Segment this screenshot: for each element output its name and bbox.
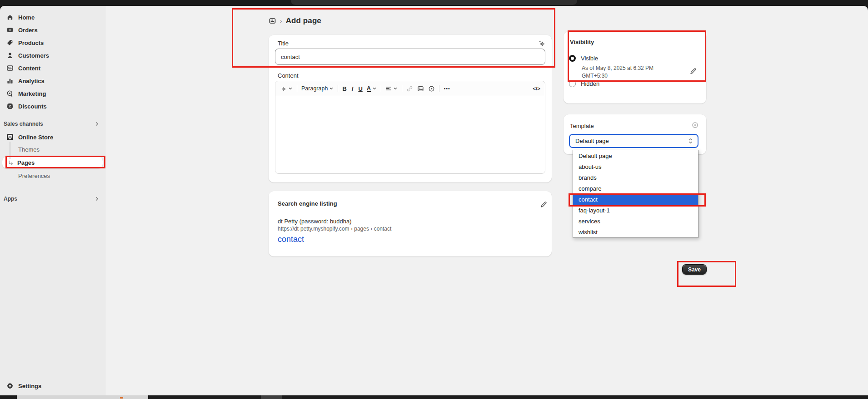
chevron-right-icon — [94, 196, 100, 202]
toolbar-divider — [297, 85, 297, 92]
sparkle-icon[interactable] — [538, 39, 546, 48]
sidebar: Home Orders Products Customers Content A… — [0, 6, 105, 395]
marketing-icon — [6, 90, 14, 98]
chevron-down-icon — [329, 86, 334, 91]
text-color-letter: A — [367, 85, 371, 92]
sidebar-item-online-store[interactable]: Online Store — [0, 131, 105, 143]
sidebar-item-themes[interactable]: Themes — [0, 143, 105, 155]
subdirectory-arrow-icon — [7, 159, 14, 166]
strip-segment — [0, 395, 17, 399]
more-options-button[interactable]: ⋯ — [444, 85, 450, 92]
template-select[interactable]: Default page — [569, 134, 698, 148]
sidebar-item-content[interactable]: Content — [0, 62, 105, 74]
dropdown-option[interactable]: compare — [573, 183, 698, 194]
view-icon[interactable] — [691, 121, 699, 129]
sales-channels-label: Sales channels — [4, 121, 43, 127]
sidebar-item-label: Online Store — [18, 134, 53, 141]
align-icon — [385, 85, 392, 92]
updown-icon — [688, 138, 693, 144]
radio-unselected-icon — [569, 80, 576, 87]
page-details-card: Title Title Content Paragraph B I U — [269, 35, 552, 182]
radio-selected-icon — [569, 55, 576, 62]
title-label: Title — [278, 40, 289, 47]
sidebar-item-label: Orders — [18, 27, 38, 34]
topbar-search-pill[interactable] — [291, 0, 577, 5]
link-icon[interactable] — [406, 85, 413, 92]
toolbar-divider — [381, 85, 381, 92]
dropdown-option-highlighted[interactable]: contact — [573, 194, 698, 205]
paragraph-style-button[interactable]: Paragraph — [301, 85, 334, 92]
search-engine-listing-card: Search engine listing dt Petty (password… — [269, 191, 552, 256]
text-color-button[interactable]: A — [367, 85, 377, 92]
visibility-date-note: As of May 8, 2025 at 6:32 PM GMT+5:30 — [582, 64, 675, 80]
chevron-down-icon — [372, 86, 377, 91]
sidebar-item-label: Content — [18, 65, 40, 72]
dropdown-option[interactable]: wishlist — [573, 227, 698, 237]
sidebar-item-discounts[interactable]: Discounts — [0, 100, 105, 113]
bold-button[interactable]: B — [342, 85, 346, 92]
visibility-card: Visibility Visible As of May 8, 2025 at … — [564, 31, 706, 103]
apps-header[interactable]: Apps — [0, 194, 105, 204]
sidebar-item-analytics[interactable]: Analytics — [0, 74, 105, 87]
dropdown-option[interactable]: about-us — [573, 161, 698, 172]
breadcrumb-separator: › — [280, 17, 282, 25]
tree-connector-line — [10, 142, 10, 159]
sales-channels-header[interactable]: Sales channels — [0, 119, 105, 129]
underline-button[interactable]: U — [358, 85, 362, 92]
sidebar-item-marketing[interactable]: Marketing — [0, 87, 105, 100]
sidebar-item-label: Pages — [17, 159, 35, 166]
editor-toolbar: Paragraph B I U A — [275, 81, 545, 96]
shopify-admin-surface: Home Orders Products Customers Content A… — [0, 6, 868, 395]
strip-segment — [17, 395, 148, 399]
sidebar-item-home[interactable]: Home — [0, 11, 105, 24]
page-icon[interactable] — [269, 17, 276, 25]
sidebar-item-settings[interactable]: Settings — [0, 379, 105, 392]
italic-button[interactable]: I — [351, 85, 354, 92]
pencil-icon[interactable] — [689, 67, 697, 75]
products-icon — [6, 39, 14, 47]
paragraph-label: Paragraph — [301, 85, 328, 92]
visible-radio-row[interactable]: Visible — [569, 55, 598, 62]
toolbar-divider — [439, 85, 439, 92]
sidebar-item-label: Analytics — [18, 78, 45, 84]
code-view-button[interactable]: </> — [533, 86, 540, 91]
title-input[interactable] — [275, 49, 545, 65]
dropdown-option[interactable]: Default page — [573, 150, 698, 161]
save-button[interactable]: Save — [682, 264, 707, 275]
strip-accent-mark — [120, 397, 123, 399]
discounts-icon — [6, 103, 14, 110]
customers-icon — [6, 52, 14, 59]
browser-top-bar — [0, 0, 868, 6]
visibility-heading: Visibility — [570, 39, 594, 45]
sidebar-item-preferences[interactable]: Preferences — [0, 170, 105, 182]
sidebar-item-label: Preferences — [18, 172, 50, 179]
insert-image-icon[interactable] — [417, 85, 424, 92]
content-label: Content — [278, 72, 299, 79]
magic-text-button[interactable] — [280, 85, 293, 92]
seo-url: https://dt-petty.myshopify.com › pages ›… — [278, 226, 391, 232]
alignment-button[interactable] — [385, 85, 398, 92]
sidebar-item-products[interactable]: Products — [0, 36, 105, 49]
seo-page-link[interactable]: contact — [278, 235, 304, 244]
dropdown-option[interactable]: brands — [573, 172, 698, 183]
template-heading: Template — [570, 123, 594, 129]
toolbar-divider — [402, 85, 402, 92]
pencil-icon[interactable] — [540, 201, 548, 208]
sidebar-item-label: Products — [18, 39, 44, 46]
hidden-radio-row[interactable]: Hidden — [569, 80, 599, 87]
sidebar-item-label: Discounts — [18, 103, 47, 110]
dropdown-option[interactable]: faq-layout-1 — [573, 205, 698, 216]
dropdown-option[interactable]: services — [573, 216, 698, 227]
orders-icon — [6, 26, 14, 34]
analytics-icon — [6, 77, 14, 85]
store-icon — [6, 133, 14, 141]
hidden-label: Hidden — [581, 80, 599, 87]
insert-video-icon[interactable] — [428, 85, 435, 92]
sidebar-item-orders[interactable]: Orders — [0, 24, 105, 36]
toolbar-divider — [338, 85, 338, 92]
sidebar-item-customers[interactable]: Customers — [0, 49, 105, 62]
sidebar-item-label: Themes — [18, 146, 40, 153]
sidebar-item-label: Settings — [18, 383, 41, 389]
sidebar-item-pages-active[interactable]: Pages — [2, 157, 103, 168]
editor-body[interactable] — [275, 96, 545, 174]
